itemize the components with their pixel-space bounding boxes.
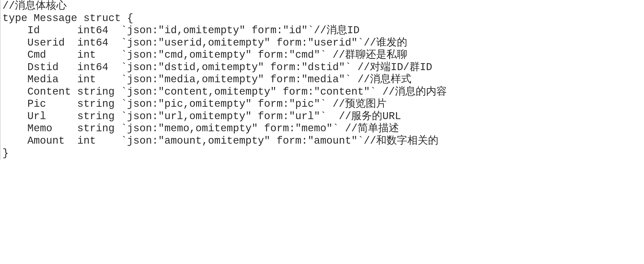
code-line-8: Content string `json:"content,omitempty"… [2,86,447,98]
code-line-10: Url string `json:"url,omitempty" form:"u… [2,110,401,122]
code-line-4: Userid int64 `json:"userid,omitempty" fo… [2,37,407,49]
code-line-9: Pic string `json:"pic,omitempty" form:"p… [2,98,386,110]
code-line-2: type Message struct { [2,12,133,24]
code-line-5: Cmd int `json:"cmd,omitempty" form:"cmd"… [2,49,407,61]
code-line-3: Id int64 `json:"id,omitempty" form:"id"`… [2,25,360,36]
code-line-12: Amount int `json:"amount,omitempty" form… [2,135,438,147]
code-block: //消息体核心 type Message struct { Id int64 `… [0,0,644,160]
code-line-6: Dstid int64 `json:"dstid,omitempty" form… [2,61,432,73]
code-content: //消息体核心 type Message struct { Id int64 `… [2,0,644,160]
code-line-1: //消息体核心 [2,0,67,12]
code-line-13: } [2,147,9,159]
code-line-7: Media int `json:"media,omitempty" form:"… [2,74,412,85]
code-line-11: Memo string `json:"memo,omitempty" form:… [2,122,399,135]
